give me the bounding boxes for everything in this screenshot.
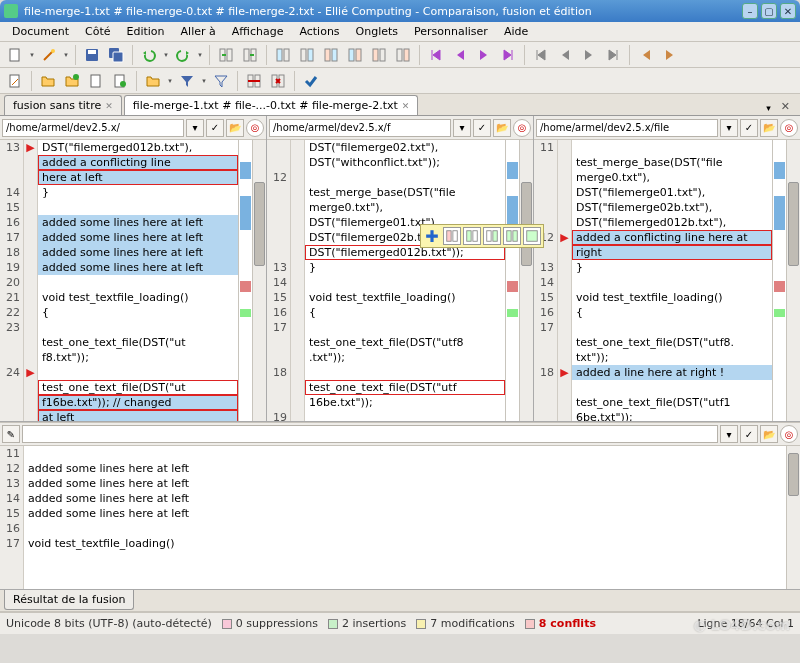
tab-file-merge-active[interactable]: file-merge-1.txt # file-...-0.txt # file… [124, 95, 419, 115]
menu-actions[interactable]: Actions [291, 23, 347, 40]
merged-edit-icon[interactable]: ✎ [2, 425, 20, 443]
nav-first-button[interactable] [425, 44, 447, 66]
undo-dropdown[interactable]: ▾ [162, 51, 170, 59]
nav-g-button[interactable] [635, 44, 657, 66]
float-action4-button[interactable] [503, 227, 521, 245]
pane-1-browse-button[interactable]: 📂 [493, 119, 511, 137]
open-folder2-button[interactable] [61, 70, 83, 92]
float-action3-button[interactable] [483, 227, 501, 245]
merge-left2-button[interactable] [239, 44, 261, 66]
pane-0-history-dropdown[interactable]: ▾ [186, 119, 204, 137]
filter-dropdown[interactable]: ▾ [200, 77, 208, 85]
svg-point-26 [120, 81, 126, 87]
tabs-close-all[interactable]: ✕ [775, 98, 796, 115]
menu-edition[interactable]: Edition [119, 23, 173, 40]
pane-1-diffmap[interactable] [505, 140, 519, 421]
diff-c-button[interactable] [320, 44, 342, 66]
pane-2-target-button[interactable]: ◎ [780, 119, 798, 137]
nav-next-button[interactable] [473, 44, 495, 66]
pane-1-history-dropdown[interactable]: ▾ [453, 119, 471, 137]
tabs-dropdown[interactable]: ▾ [762, 101, 775, 115]
tab-close-icon[interactable]: ✕ [402, 101, 410, 111]
nav-first-conflict-button[interactable] [530, 44, 552, 66]
pane-0-path-input[interactable] [2, 119, 184, 137]
pane-0-browse-button[interactable]: 📂 [226, 119, 244, 137]
diff-f-button[interactable] [392, 44, 414, 66]
apply-button[interactable] [300, 70, 322, 92]
new-dropdown[interactable]: ▾ [28, 51, 36, 59]
nav-prev-conflict-button[interactable] [554, 44, 576, 66]
pane-1-codearea[interactable]: 1213141516171819 DST("filemerge02.txt"),… [267, 140, 533, 421]
menu-affichage[interactable]: Affichage [224, 23, 292, 40]
menu-aide[interactable]: Aide [496, 23, 536, 40]
float-action1-button[interactable] [443, 227, 461, 245]
pane-2-codearea[interactable]: 111213141516171820▶▶ test_merge_base(DST… [534, 140, 800, 421]
merged-target-button[interactable]: ◎ [780, 425, 798, 443]
diff-b-button[interactable] [296, 44, 318, 66]
undo-button[interactable] [138, 44, 160, 66]
pane-2-history-dropdown[interactable]: ▾ [720, 119, 738, 137]
svg-rect-30 [279, 75, 284, 87]
tab-fusion-sans-titre[interactable]: fusion sans titre✕ [4, 95, 122, 115]
menu-aller-a[interactable]: Aller à [173, 23, 224, 40]
pane-1-check-button[interactable]: ✓ [473, 119, 491, 137]
merged-vscroll[interactable] [786, 446, 800, 589]
new-button[interactable] [4, 44, 26, 66]
save-all-button[interactable] [105, 44, 127, 66]
maximize-button[interactable]: ▢ [761, 3, 777, 19]
tab-resultat-fusion[interactable]: Résultat de la fusion [4, 590, 134, 610]
menu-document[interactable]: Document [4, 23, 77, 40]
float-add-button[interactable]: ✚ [423, 227, 441, 245]
diff-a-button[interactable] [272, 44, 294, 66]
merged-dropdown[interactable]: ▾ [720, 425, 738, 443]
redo-dropdown[interactable]: ▾ [196, 51, 204, 59]
merge-x-button[interactable] [267, 70, 289, 92]
diff-d-button[interactable] [344, 44, 366, 66]
wand-dropdown[interactable]: ▾ [62, 51, 70, 59]
open-folder-button[interactable] [37, 70, 59, 92]
open-doc-button[interactable] [85, 70, 107, 92]
merge-left-button[interactable] [215, 44, 237, 66]
filter2-button[interactable] [210, 70, 232, 92]
minimize-button[interactable]: – [742, 3, 758, 19]
merged-check-button[interactable]: ✓ [740, 425, 758, 443]
pane-2-vscroll[interactable] [786, 140, 800, 421]
pane-2-check-button[interactable]: ✓ [740, 119, 758, 137]
pane-2-path-input[interactable] [536, 119, 718, 137]
edit-doc-button[interactable] [4, 70, 26, 92]
redo-button[interactable] [172, 44, 194, 66]
pane-2-browse-button[interactable]: 📂 [760, 119, 778, 137]
merge-action-button[interactable] [243, 70, 265, 92]
pane-0-codearea[interactable]: 131415161718192021222324▶▶ DST("filemerg… [0, 140, 266, 421]
menu-onglets[interactable]: Onglets [348, 23, 406, 40]
merged-browse-button[interactable]: 📂 [760, 425, 778, 443]
folder-open-dropdown[interactable]: ▾ [166, 77, 174, 85]
menu-cote[interactable]: Côté [77, 23, 119, 40]
pane-0-diffmap[interactable] [238, 140, 252, 421]
pane-0-check-button[interactable]: ✓ [206, 119, 224, 137]
pane-1-target-button[interactable]: ◎ [513, 119, 531, 137]
pane-0-vscroll[interactable] [252, 140, 266, 421]
diff-e-button[interactable] [368, 44, 390, 66]
doc-refresh-button[interactable] [109, 70, 131, 92]
pane-1-path-input[interactable] [269, 119, 451, 137]
float-action5-button[interactable] [523, 227, 541, 245]
nav-last-conflict-button[interactable] [602, 44, 624, 66]
nav-last-button[interactable] [497, 44, 519, 66]
nav-h-button[interactable] [659, 44, 681, 66]
merged-codearea[interactable]: 11121314151617 added some lines here at … [0, 446, 800, 589]
folder-open-button[interactable] [142, 70, 164, 92]
filter-button[interactable] [176, 70, 198, 92]
float-action2-button[interactable] [463, 227, 481, 245]
nav-prev-button[interactable] [449, 44, 471, 66]
menu-personnaliser[interactable]: Personnaliser [406, 23, 496, 40]
save-button[interactable] [81, 44, 103, 66]
nav-next-conflict-button[interactable] [578, 44, 600, 66]
pane-2-diffmap[interactable] [772, 140, 786, 421]
close-button[interactable]: ✕ [780, 3, 796, 19]
tab-close-icon[interactable]: ✕ [105, 101, 113, 111]
wand-button[interactable] [38, 44, 60, 66]
pane-0-target-button[interactable]: ◎ [246, 119, 264, 137]
merged-path-input[interactable] [22, 425, 718, 443]
pane-1-vscroll[interactable] [519, 140, 533, 421]
